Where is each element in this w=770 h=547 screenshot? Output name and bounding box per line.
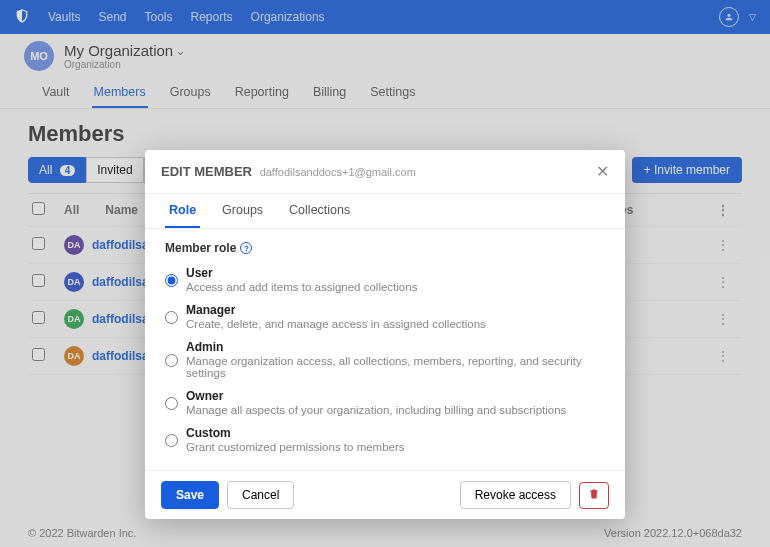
modal-tabs: Role Groups Collections	[145, 194, 625, 229]
modal-member-email: daffodilsanddocs+1@gmail.com	[260, 166, 416, 178]
help-icon[interactable]: ?	[240, 242, 252, 254]
role-radio-admin[interactable]	[165, 342, 178, 379]
delete-member-button[interactable]	[579, 482, 609, 509]
modal-title: EDIT MEMBER daffodilsanddocs+1@gmail.com	[161, 164, 416, 179]
member-role-label: Member role ?	[165, 241, 605, 255]
role-label: Admin	[186, 340, 605, 354]
role-desc: Manage organization access, all collecti…	[186, 355, 605, 379]
role-desc: Access and add items to assigned collect…	[186, 281, 417, 293]
trash-icon	[588, 488, 600, 500]
modal-tab-role[interactable]: Role	[165, 194, 200, 228]
cancel-button[interactable]: Cancel	[227, 481, 294, 509]
role-desc: Grant customized permissions to members	[186, 441, 405, 453]
save-button[interactable]: Save	[161, 481, 219, 509]
role-radio-user[interactable]	[165, 268, 178, 293]
role-label: Custom	[186, 426, 405, 440]
role-desc: Create, delete, and manage access in ass…	[186, 318, 486, 330]
role-option-manager[interactable]: Manager Create, delete, and manage acces…	[165, 298, 605, 335]
role-label: User	[186, 266, 417, 280]
revoke-access-button[interactable]: Revoke access	[460, 481, 571, 509]
modal-tab-groups[interactable]: Groups	[218, 194, 267, 228]
role-label: Manager	[186, 303, 486, 317]
modal-body: Member role ? User Access and add items …	[145, 229, 625, 470]
role-label: Owner	[186, 389, 566, 403]
role-option-owner[interactable]: Owner Manage all aspects of your organiz…	[165, 384, 605, 421]
role-radio-custom[interactable]	[165, 428, 178, 453]
close-icon[interactable]: ✕	[596, 162, 609, 181]
modal-tab-collections[interactable]: Collections	[285, 194, 354, 228]
role-desc: Manage all aspects of your organization,…	[186, 404, 566, 416]
role-option-custom[interactable]: Custom Grant customized permissions to m…	[165, 421, 605, 458]
role-radio-owner[interactable]	[165, 391, 178, 416]
role-option-user[interactable]: User Access and add items to assigned co…	[165, 261, 605, 298]
role-radio-manager[interactable]	[165, 305, 178, 330]
modal-footer: Save Cancel Revoke access	[145, 470, 625, 519]
modal-overlay[interactable]: EDIT MEMBER daffodilsanddocs+1@gmail.com…	[0, 0, 770, 547]
role-option-admin[interactable]: Admin Manage organization access, all co…	[165, 335, 605, 384]
edit-member-modal: EDIT MEMBER daffodilsanddocs+1@gmail.com…	[145, 150, 625, 519]
